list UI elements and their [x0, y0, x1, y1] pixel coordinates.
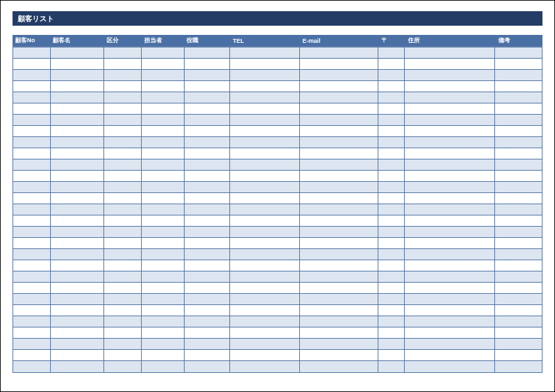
cell-customer_no [13, 182, 51, 193]
cell-contact_person [142, 159, 185, 171]
cell-notes [495, 204, 542, 215]
title-bar: 顧客リスト [13, 11, 542, 26]
cell-tel [230, 47, 299, 59]
cell-postal [378, 283, 405, 294]
cell-category [104, 193, 142, 204]
table-row [13, 305, 542, 316]
cell-category [104, 115, 142, 126]
cell-contact_person [142, 350, 185, 361]
cell-address [405, 59, 495, 70]
cell-position [185, 204, 231, 215]
table-header-row: 顧客No 顧客名 区分 担当者 役職 TEL E-mail 〒 住所 備考 [13, 35, 542, 47]
cell-contact_person [142, 215, 185, 227]
cell-contact_person [142, 81, 185, 92]
cell-customer_name [51, 260, 105, 271]
cell-contact_person [142, 283, 185, 294]
cell-contact_person [142, 103, 185, 115]
cell-category [104, 204, 142, 215]
cell-postal [378, 126, 405, 137]
cell-email [300, 182, 378, 193]
cell-postal [378, 182, 405, 193]
cell-postal [378, 92, 405, 103]
cell-category [104, 137, 142, 148]
cell-category [104, 249, 142, 260]
cell-category [104, 271, 142, 283]
cell-address [405, 249, 495, 260]
cell-postal [378, 193, 405, 204]
cell-position [185, 70, 231, 81]
col-header-email: E-mail [300, 35, 379, 46]
table-row [13, 126, 542, 137]
cell-email [300, 137, 378, 148]
cell-tel [230, 316, 299, 327]
cell-notes [495, 193, 542, 204]
cell-postal [378, 339, 405, 350]
cell-customer_no [13, 47, 51, 59]
cell-tel [230, 103, 299, 115]
cell-address [405, 171, 495, 182]
cell-customer_no [13, 260, 51, 271]
cell-category [104, 70, 142, 81]
cell-contact_person [142, 59, 185, 70]
cell-customer_no [13, 103, 51, 115]
cell-customer_no [13, 249, 51, 260]
cell-notes [495, 126, 542, 137]
cell-notes [495, 148, 542, 159]
cell-customer_no [13, 283, 51, 294]
table-row [13, 260, 542, 271]
cell-customer_name [51, 59, 105, 70]
cell-category [104, 215, 142, 227]
cell-tel [230, 159, 299, 171]
table-row [13, 294, 542, 305]
cell-tel [230, 305, 299, 316]
cell-address [405, 316, 495, 327]
cell-customer_name [51, 148, 105, 159]
table-row [13, 283, 542, 294]
cell-email [300, 193, 378, 204]
cell-category [104, 339, 142, 350]
table-row [13, 327, 542, 339]
cell-address [405, 361, 495, 372]
table-row [13, 227, 542, 238]
cell-position [185, 47, 231, 59]
cell-category [104, 47, 142, 59]
cell-customer_no [13, 316, 51, 327]
cell-position [185, 81, 231, 92]
document-page: 顧客リスト 顧客No 顧客名 区分 担当者 役職 TEL E-mail 〒 住所… [0, 0, 555, 392]
cell-contact_person [142, 249, 185, 260]
cell-tel [230, 271, 299, 283]
cell-notes [495, 59, 542, 70]
cell-customer_no [13, 327, 51, 339]
cell-contact_person [142, 182, 185, 193]
cell-notes [495, 327, 542, 339]
cell-notes [495, 361, 542, 372]
cell-address [405, 115, 495, 126]
cell-position [185, 271, 231, 283]
cell-contact_person [142, 271, 185, 283]
cell-contact_person [142, 126, 185, 137]
cell-category [104, 238, 142, 249]
cell-position [185, 339, 231, 350]
cell-tel [230, 70, 299, 81]
cell-notes [495, 215, 542, 227]
cell-email [300, 271, 378, 283]
cell-email [300, 81, 378, 92]
cell-address [405, 159, 495, 171]
cell-position [185, 238, 231, 249]
cell-address [405, 148, 495, 159]
cell-customer_name [51, 115, 105, 126]
cell-address [405, 305, 495, 316]
cell-customer_name [51, 215, 105, 227]
cell-contact_person [142, 193, 185, 204]
cell-notes [495, 283, 542, 294]
cell-contact_person [142, 260, 185, 271]
cell-tel [230, 294, 299, 305]
table-row [13, 148, 542, 159]
cell-notes [495, 47, 542, 59]
cell-category [104, 126, 142, 137]
cell-notes [495, 115, 542, 126]
cell-address [405, 327, 495, 339]
cell-category [104, 283, 142, 294]
cell-category [104, 227, 142, 238]
col-header-postal: 〒 [379, 35, 405, 46]
